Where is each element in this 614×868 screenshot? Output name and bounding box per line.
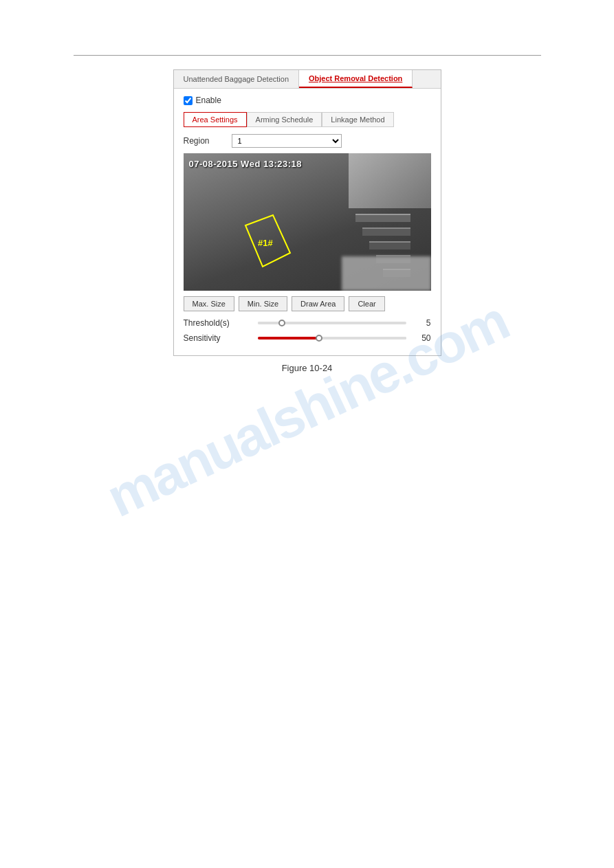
threshold-value: 5 [412,318,431,328]
threshold-fill [258,322,280,324]
video-timestamp: 07-08-2015 Wed 13:23:18 [189,159,302,169]
threshold-track [258,322,406,324]
min-size-button[interactable]: Min. Size [239,296,287,311]
page-container: Unattended Baggage Detection Object Remo… [0,0,614,868]
region-select[interactable]: 1 2 3 4 [232,134,342,148]
sensitivity-row: Sensitivity 50 [184,333,431,343]
threshold-label: Threshold(s) [184,318,252,328]
enable-label: Enable [196,96,221,105]
region-polygon-label: #1# [258,238,273,248]
tabs-row: Unattended Baggage Detection Object Remo… [174,70,441,89]
enable-row: Enable [184,96,431,105]
max-size-button[interactable]: Max. Size [184,296,234,311]
sub-tab-area-settings[interactable]: Area Settings [184,112,247,127]
region-label: Region [184,136,232,146]
top-divider [74,55,541,56]
clear-button[interactable]: Clear [349,296,384,311]
threshold-row: Threshold(s) 5 [184,318,431,328]
action-buttons-row: Max. Size Min. Size Draw Area Clear [184,296,431,311]
sub-tabs-row: Area Settings Arming Schedule Linkage Me… [184,112,431,127]
sensitivity-fill [258,337,406,340]
sub-tab-arming-schedule[interactable]: Arming Schedule [247,112,322,127]
tab-unattended-baggage[interactable]: Unattended Baggage Detection [174,70,300,88]
panel-body: Enable Area Settings Arming Schedule Lin… [174,89,441,355]
sensitivity-thumb[interactable] [316,335,322,342]
sensitivity-value: 50 [412,333,431,343]
sensitivity-label: Sensitivity [184,333,252,343]
figure-caption: Figure 10-24 [282,363,333,373]
video-feed: #1# 07-08-2015 Wed 13:23:18 [184,153,431,291]
threshold-thumb[interactable] [278,320,285,326]
blur-overlay [342,256,431,291]
enable-checkbox[interactable] [184,96,193,105]
main-panel: Unattended Baggage Detection Object Remo… [173,69,441,356]
region-row: Region 1 2 3 4 [184,134,431,148]
sub-tab-linkage-method[interactable]: Linkage Method [322,112,393,127]
sensitivity-track [258,337,406,340]
draw-area-button[interactable]: Draw Area [292,296,344,311]
tab-object-removal[interactable]: Object Removal Detection [299,70,413,88]
